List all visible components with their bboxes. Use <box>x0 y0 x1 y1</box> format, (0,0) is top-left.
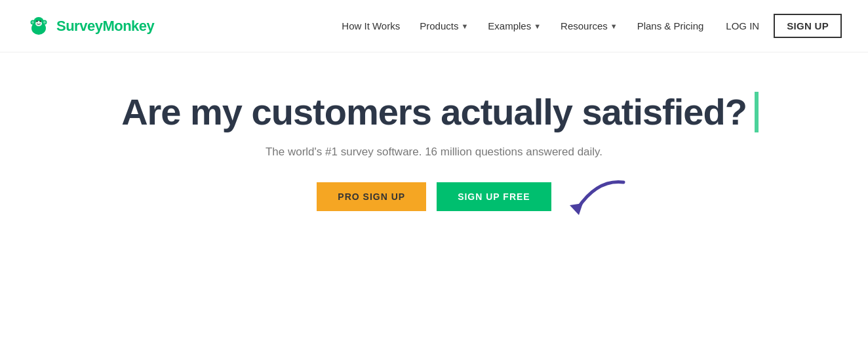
nav-item-examples[interactable]: Examples ▼ <box>480 15 549 37</box>
resources-dropdown-icon: ▼ <box>610 22 618 30</box>
examples-dropdown-icon: ▼ <box>534 22 541 30</box>
svg-point-4 <box>31 21 34 24</box>
pro-signup-button[interactable]: PRO SIGN UP <box>317 182 426 211</box>
signup-nav-button[interactable]: SIGN UP <box>774 14 842 38</box>
svg-point-5 <box>43 21 46 24</box>
hero-cta-group: PRO SIGN UP SIGN UP FREE <box>317 182 551 211</box>
hero-title: Are my customers actually satisfied? <box>121 92 747 132</box>
free-signup-button[interactable]: SIGN UP FREE <box>437 182 551 211</box>
nav-item-products[interactable]: Products ▼ <box>412 15 476 37</box>
products-dropdown-icon: ▼ <box>461 22 468 30</box>
brand-name: SurveyMonkey <box>56 18 154 35</box>
arrow-icon <box>558 176 637 228</box>
title-accent-bar <box>755 92 759 132</box>
logo[interactable]: SurveyMonkey <box>26 14 154 39</box>
hero-section: Are my customers actually satisfied? The… <box>0 52 868 237</box>
login-button[interactable]: LOG IN <box>715 15 770 37</box>
svg-point-7 <box>36 20 37 22</box>
main-nav: How It Works Products ▼ Examples ▼ Resou… <box>334 14 842 38</box>
arrow-decoration <box>558 176 637 228</box>
logo-icon <box>26 14 51 39</box>
nav-item-how-it-works[interactable]: How It Works <box>334 15 408 37</box>
svg-marker-9 <box>570 203 583 215</box>
header: SurveyMonkey How It Works Products ▼ Exa… <box>0 0 868 52</box>
nav-item-plans-pricing[interactable]: Plans & Pricing <box>629 15 712 37</box>
nav-item-resources[interactable]: Resources ▼ <box>553 15 625 37</box>
svg-point-8 <box>39 20 41 22</box>
svg-point-6 <box>35 21 42 26</box>
hero-subtitle: The world's #1 survey software. 16 milli… <box>266 146 602 159</box>
